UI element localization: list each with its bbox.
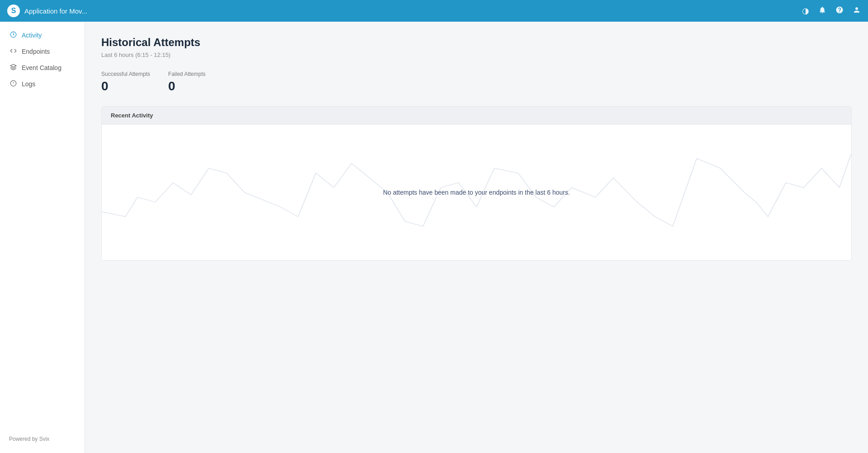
app-title: Application for Mov... [24, 7, 87, 15]
endpoints-icon [9, 47, 17, 56]
page-title: Historical Attempts [101, 36, 852, 49]
chart-panel: Recent Activity No attempts have been ma… [101, 106, 852, 261]
sidebar-item-logs[interactable]: Logs [0, 76, 85, 92]
sidebar-item-logs-label: Logs [22, 80, 35, 88]
header-right: ◑ [802, 6, 861, 16]
failed-attempts-stat: Failed Attempts 0 [168, 71, 206, 93]
successful-attempts-stat: Successful Attempts 0 [101, 71, 150, 93]
failed-attempts-value: 0 [168, 79, 206, 93]
app-logo: S [7, 5, 20, 17]
logs-icon [9, 80, 17, 88]
theme-toggle-icon[interactable]: ◑ [802, 6, 809, 16]
sidebar-item-event-catalog[interactable]: Event Catalog [0, 60, 85, 76]
sidebar-item-activity-label: Activity [22, 32, 42, 39]
successful-attempts-value: 0 [101, 79, 150, 93]
successful-attempts-label: Successful Attempts [101, 71, 150, 77]
stats-row: Successful Attempts 0 Failed Attempts 0 [101, 71, 852, 93]
main-content: Historical Attempts Last 6 hours (6:15 -… [85, 22, 868, 453]
sidebar-item-activity[interactable]: Activity [0, 27, 85, 43]
sidebar-item-endpoints[interactable]: Endpoints [0, 43, 85, 60]
logo-letter: S [11, 7, 16, 14]
sidebar-item-endpoints-label: Endpoints [22, 48, 50, 55]
chart-body: No attempts have been made to your endpo… [102, 125, 851, 260]
sidebar-nav: Activity Endpoints Event Catalog Logs [0, 27, 85, 430]
event-catalog-icon [9, 64, 17, 72]
sidebar-footer: Powered by Svix [0, 430, 85, 448]
powered-by-label: Powered by Svix [9, 436, 49, 442]
page-subtitle: Last 6 hours (6:15 - 12:15) [101, 51, 852, 58]
app-header: S Application for Mov... ◑ [0, 0, 868, 22]
sidebar-item-event-catalog-label: Event Catalog [22, 64, 61, 71]
notifications-icon[interactable] [818, 6, 826, 16]
user-icon[interactable] [853, 6, 861, 16]
help-icon[interactable] [835, 6, 844, 16]
header-left: S Application for Mov... [7, 5, 87, 17]
main-layout: Activity Endpoints Event Catalog Logs [0, 22, 868, 453]
chart-header: Recent Activity [102, 107, 851, 125]
sidebar: Activity Endpoints Event Catalog Logs [0, 22, 85, 453]
chart-empty-message: No attempts have been made to your endpo… [383, 189, 570, 196]
failed-attempts-label: Failed Attempts [168, 71, 206, 77]
activity-icon [9, 31, 17, 39]
svg-marker-1 [10, 64, 16, 67]
